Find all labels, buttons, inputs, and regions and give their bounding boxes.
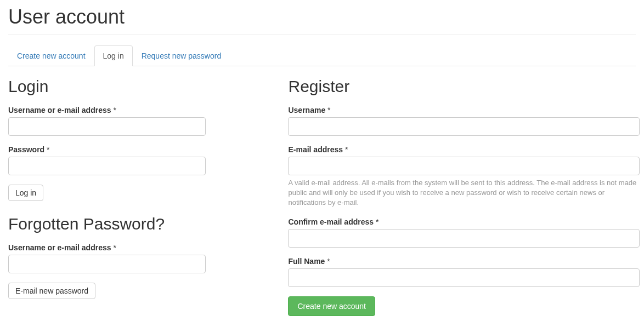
tab-create-account[interactable]: Create new account bbox=[8, 45, 94, 66]
login-username-label: Username or e-mail address * bbox=[8, 106, 116, 114]
tab-log-in[interactable]: Log in bbox=[94, 45, 133, 66]
forgotten-heading: Forgotten Password? bbox=[8, 215, 272, 233]
login-password-input[interactable] bbox=[8, 157, 206, 175]
register-fullname-input[interactable] bbox=[288, 268, 640, 287]
login-submit-button[interactable]: Log in bbox=[8, 185, 43, 201]
tab-request-password[interactable]: Request new password bbox=[133, 45, 230, 66]
register-username-input[interactable] bbox=[288, 117, 640, 136]
register-email-input[interactable] bbox=[288, 157, 640, 175]
login-username-input[interactable] bbox=[8, 117, 206, 136]
register-confirm-email-input[interactable] bbox=[288, 229, 640, 248]
register-email-help: A valid e-mail address. All e-mails from… bbox=[288, 178, 640, 208]
forgotten-submit-button[interactable]: E-mail new password bbox=[8, 283, 95, 299]
tab-create-account-link[interactable]: Create new account bbox=[8, 45, 94, 66]
tab-log-in-link[interactable]: Log in bbox=[94, 45, 133, 66]
page-title: User account bbox=[8, 5, 636, 35]
register-submit-button[interactable]: Create new account bbox=[288, 296, 375, 316]
forgotten-username-label: Username or e-mail address * bbox=[8, 243, 116, 252]
register-username-label: Username * bbox=[288, 106, 330, 114]
register-confirm-email-label: Confirm e-mail address * bbox=[288, 217, 379, 226]
register-fullname-label: Full Name * bbox=[288, 257, 330, 266]
register-heading: Register bbox=[288, 77, 640, 96]
tab-request-password-link[interactable]: Request new password bbox=[133, 45, 230, 66]
register-email-label: E-mail address * bbox=[288, 145, 348, 154]
forgotten-username-input[interactable] bbox=[8, 255, 206, 273]
login-password-label: Password * bbox=[8, 145, 49, 154]
login-heading: Login bbox=[8, 77, 272, 96]
tabs-nav: Create new account Log in Request new pa… bbox=[8, 45, 636, 66]
